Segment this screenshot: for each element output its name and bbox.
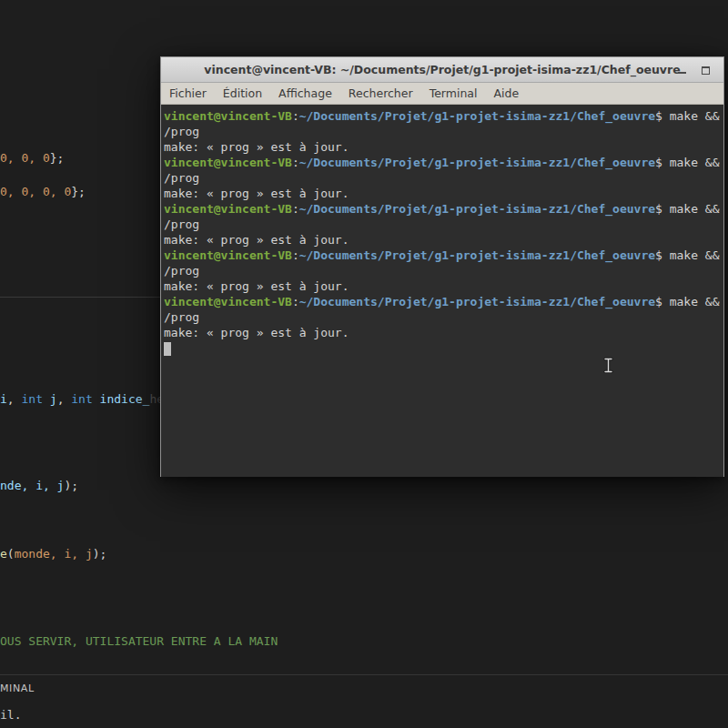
- terminal-text: /prog: [164, 264, 199, 278]
- terminal-text: ~/Documents/Projet/g1-projet-isima-zz1/C…: [299, 109, 655, 123]
- minimize-button[interactable]: [674, 63, 689, 77]
- terminal-line: make: « prog » est à jour.: [164, 232, 723, 248]
- menu-item-affichage[interactable]: Affichage: [270, 83, 340, 104]
- terminal-text: :: [292, 109, 299, 123]
- terminal-text: vincent@vincent-VB: [164, 248, 292, 262]
- terminal-text: make: « prog » est à jour.: [164, 279, 349, 293]
- restore-button[interactable]: [698, 63, 713, 77]
- terminal-cursor: [164, 342, 171, 356]
- terminal-text: make: « prog » est à jour.: [164, 233, 349, 247]
- terminal-line: /prog: [164, 124, 723, 139]
- code-segment: int: [21, 392, 42, 406]
- code-segment: int: [71, 392, 92, 406]
- code-segment: ,: [7, 392, 22, 406]
- code-segment: );: [64, 479, 78, 492]
- terminal-text: /prog: [164, 125, 199, 138]
- terminal-line: make: « prog » est à jour.: [164, 325, 723, 340]
- terminal-text: :: [292, 248, 299, 262]
- terminal-line: vincent@vincent-VB:~/Documents/Projet/g1…: [164, 294, 723, 309]
- terminal-line: /prog: [164, 309, 723, 325]
- code-line: i, int j, int indice_het): [0, 391, 178, 407]
- code-line: OUS SERVIR, UTILISATEUR ENTRE A LA MAIN: [0, 633, 278, 649]
- terminal-text: vincent@vincent-VB: [164, 295, 292, 308]
- terminal-text: vincent@vincent-VB: [164, 109, 292, 123]
- terminal-text: $ make && .: [655, 295, 723, 308]
- code-segment: [43, 392, 50, 406]
- terminal-text: /prog: [164, 171, 199, 185]
- panel-output-text: il.: [0, 708, 21, 722]
- terminal-line: make: « prog » est à jour.: [164, 186, 723, 201]
- menu-item-fichier[interactable]: Fichier: [161, 83, 215, 104]
- code-line: e(monde, i, j);: [0, 546, 106, 561]
- terminal-text: ~/Documents/Projet/g1-projet-isima-zz1/C…: [299, 156, 655, 169]
- code-line: 0, 0, 0, 0};: [0, 184, 86, 199]
- terminal-line: /prog: [164, 217, 723, 232]
- terminal-text: make: « prog » est à jour.: [164, 187, 349, 200]
- code-line: 0, 0, 0};: [0, 150, 64, 166]
- terminal-text: /prog: [164, 310, 199, 324]
- code-segment: OUS SERVIR, UTILISATEUR ENTRE A LA MAIN: [0, 634, 278, 648]
- terminal-text: :: [292, 295, 299, 308]
- terminal-line: make: « prog » est à jour.: [164, 278, 723, 294]
- terminal-line: vincent@vincent-VB:~/Documents/Projet/g1…: [164, 248, 723, 263]
- menu-item-edition[interactable]: Édition: [215, 83, 270, 104]
- code-segment: 0, 0, 0: [0, 151, 50, 165]
- terminal-window: vincent@vincent-VB: ~/Documents/Projet/g…: [160, 56, 724, 477]
- code-segment: );: [93, 547, 107, 561]
- code-segment: i: [0, 392, 7, 406]
- code-segment: nde, i, j: [0, 479, 64, 492]
- code-segment: monde, i, j: [15, 547, 93, 561]
- terminal-text: make: « prog » est à jour.: [164, 326, 349, 339]
- code-segment: ,: [57, 392, 72, 406]
- window-title: vincent@vincent-VB: ~/Documents/Projet/g…: [204, 63, 680, 76]
- terminal-line: make: « prog » est à jour.: [164, 139, 723, 155]
- terminal-line: /prog: [164, 170, 723, 186]
- code-segment: j: [50, 392, 57, 406]
- code-segment: indice_: [100, 392, 150, 406]
- terminal-text: :: [292, 156, 299, 169]
- code-segment: 0, 0, 0, 0: [0, 185, 71, 198]
- menu-item-aide[interactable]: Aide: [485, 83, 527, 104]
- terminal-line: /prog: [164, 263, 723, 278]
- restore-icon: [702, 66, 710, 75]
- terminal-text: :: [292, 202, 299, 216]
- terminal-text: ~/Documents/Projet/g1-projet-isima-zz1/C…: [299, 202, 655, 216]
- terminal-text: $ make && .: [655, 248, 723, 262]
- code-line: nde, i, j);: [0, 478, 78, 493]
- code-segment: e: [0, 547, 7, 561]
- terminal-text: vincent@vincent-VB: [164, 156, 292, 169]
- terminal-menubar: FichierÉditionAffichageRechercherTermina…: [161, 83, 723, 105]
- terminal-line: vincent@vincent-VB:~/Documents/Projet/g1…: [164, 108, 723, 124]
- window-titlebar[interactable]: vincent@vincent-VB: ~/Documents/Projet/g…: [161, 57, 723, 83]
- editor-divider-line: [0, 297, 160, 298]
- panel-top-border: [0, 674, 728, 675]
- code-segment: [93, 392, 100, 406]
- terminal-text: $ make && .: [655, 156, 723, 169]
- terminal-line: vincent@vincent-VB:~/Documents/Projet/g1…: [164, 201, 723, 217]
- mouse-cursor-ibeam: [602, 357, 614, 378]
- menu-item-terminal[interactable]: Terminal: [421, 83, 486, 104]
- terminal-text: vincent@vincent-VB: [164, 202, 292, 216]
- terminal-text: /prog: [164, 217, 199, 231]
- menu-item-rechercher[interactable]: Rechercher: [340, 83, 421, 104]
- terminal-text: $ make && .: [655, 202, 723, 216]
- code-segment: };: [71, 185, 86, 198]
- code-segment: };: [50, 151, 65, 165]
- terminal-text: ~/Documents/Projet/g1-projet-isima-zz1/C…: [299, 295, 655, 308]
- terminal-text: ~/Documents/Projet/g1-projet-isima-zz1/C…: [299, 248, 655, 262]
- terminal-text: make: « prog » est à jour.: [164, 140, 349, 154]
- code-segment: (: [7, 547, 15, 561]
- terminal-line: [164, 340, 723, 356]
- minimize-icon: [678, 66, 686, 74]
- terminal-line: vincent@vincent-VB:~/Documents/Projet/g1…: [164, 155, 723, 170]
- terminal-text: $ make && .: [655, 109, 723, 123]
- terminal-body[interactable]: vincent@vincent-VB:~/Documents/Projet/g1…: [161, 105, 723, 477]
- terminal-panel-label: MINAL: [0, 682, 35, 694]
